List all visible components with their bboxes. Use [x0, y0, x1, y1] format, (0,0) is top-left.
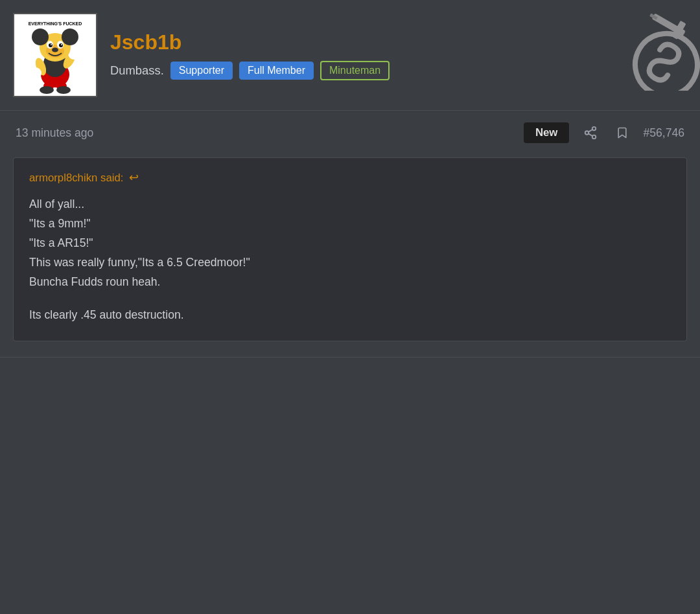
reply-icon: ↩ [129, 171, 139, 185]
post-timestamp: 13 minutes ago [16, 126, 513, 140]
badges-row: Dumbass. Supporter Full Member Minuteman [110, 61, 390, 80]
quote-line-6: Its clearly .45 auto destruction. [29, 306, 671, 325]
username[interactable]: Jscb1b [110, 30, 390, 54]
svg-point-13 [32, 28, 49, 45]
quote-line-0: All of yall... [29, 195, 671, 214]
profile-info: Jscb1b Dumbass. Supporter Full Member Mi… [110, 30, 390, 80]
svg-point-20 [51, 44, 52, 45]
badge-minuteman[interactable]: Minuteman [320, 61, 390, 80]
site-logo [609, 0, 700, 91]
quote-author-name: armorpl8chikn said: [29, 172, 124, 185]
svg-point-22 [52, 48, 58, 52]
svg-line-31 [589, 133, 592, 136]
svg-point-6 [56, 86, 71, 94]
svg-line-32 [589, 130, 592, 132]
svg-text:EVERYTHING'S FUCKED: EVERYTHING'S FUCKED [29, 21, 82, 26]
quote-line-1: "Its a 9mm!" [29, 214, 671, 234]
bookmark-icon [616, 126, 629, 140]
quote-line-3: This was really funny,"Its a 6.5 Creedmo… [29, 253, 671, 273]
svg-point-10 [30, 67, 41, 79]
quote-line-2: "Its a AR15!" [29, 234, 671, 253]
quote-line-4: Buncha Fudds roun heah. [29, 273, 671, 292]
svg-point-19 [59, 43, 63, 47]
svg-point-14 [62, 28, 78, 45]
page-bottom [0, 357, 700, 396]
quote-author: armorpl8chikn said: ↩ [29, 171, 671, 185]
share-icon [583, 126, 598, 140]
bookmark-button[interactable] [612, 123, 633, 142]
svg-point-18 [49, 43, 52, 47]
profile-header: EVERYTHING'S FUCKED [0, 0, 700, 111]
avatar-image: EVERYTHING'S FUCKED [16, 16, 94, 94]
quote-block: armorpl8chikn said: ↩ All of yall... "It… [13, 157, 687, 341]
post-number: #56,746 [643, 126, 684, 140]
quote-content: All of yall... "Its a 9mm!" "Its a AR15!… [29, 195, 671, 325]
svg-point-21 [61, 44, 62, 45]
avatar: EVERYTHING'S FUCKED [13, 13, 97, 97]
post-meta: 13 minutes ago New #56,746 [0, 111, 700, 155]
profile-title: Dumbass. [110, 63, 164, 78]
badge-full-member[interactable]: Full Member [239, 62, 314, 80]
svg-point-5 [40, 86, 54, 94]
share-button[interactable] [579, 123, 601, 142]
badge-supporter[interactable]: Supporter [170, 62, 233, 80]
new-badge[interactable]: New [524, 122, 570, 143]
